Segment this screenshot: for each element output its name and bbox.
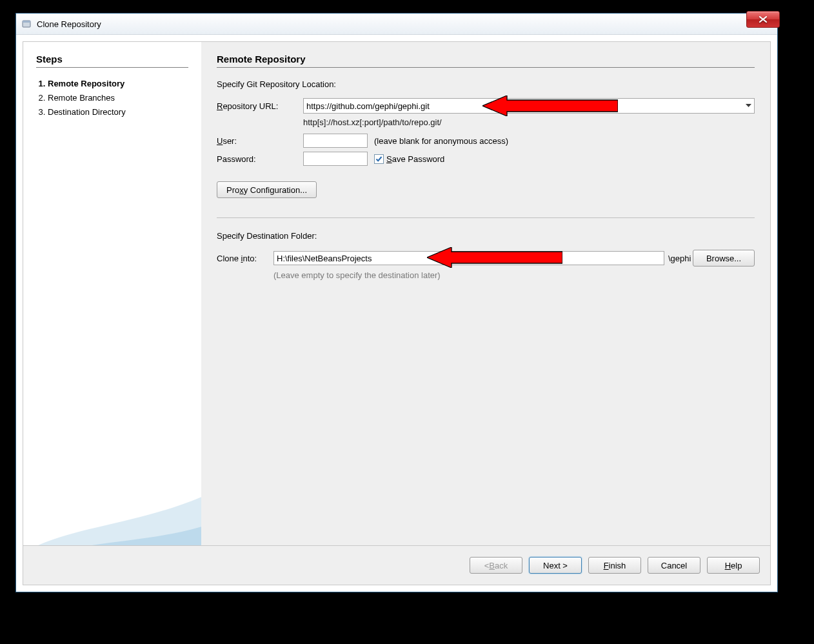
dialog-body: Steps Remote Repository Remote Branches … (23, 41, 771, 585)
repository-url-row: Repository URL: (217, 98, 755, 114)
password-input[interactable] (303, 152, 368, 166)
main-panel: Remote Repository Specify Git Repository… (201, 42, 770, 545)
user-row: User: (leave blank for anonymous access) (217, 134, 755, 148)
dropdown-arrow[interactable] (742, 104, 754, 108)
back-button[interactable]: < Back (470, 557, 522, 574)
titlebar[interactable]: Clone Repository (16, 14, 777, 35)
clone-into-label: Clone into: (217, 254, 273, 263)
user-note: (leave blank for anonymous access) (374, 136, 508, 146)
browse-button[interactable]: Browse... (693, 250, 755, 267)
window-title: Clone Repository (37, 19, 101, 29)
step-3: Destination Directory (48, 105, 188, 119)
step-1: Remote Repository (48, 77, 188, 91)
clone-into-input[interactable] (273, 251, 664, 265)
wizard-footer: < Back Next > Finish Cancel Help (23, 545, 770, 585)
close-button[interactable] (746, 11, 780, 28)
save-password-label: Save Password (386, 154, 444, 164)
dest-section-label: Specify Destination Folder: (217, 231, 755, 241)
repository-url-input[interactable] (304, 99, 742, 113)
clone-repository-dialog: Clone Repository Steps Remote Repository… (15, 13, 778, 592)
user-label: User: (217, 136, 303, 146)
user-input[interactable] (303, 134, 368, 148)
close-icon (759, 16, 768, 23)
dest-hint: (Leave empty to specify the destination … (273, 270, 755, 280)
repository-url-label: Repository URL: (217, 101, 303, 111)
clone-into-row: Clone into: \gephi Browse... (217, 250, 755, 267)
repo-section-label: Specify Git Repository Location: (217, 79, 755, 89)
url-format-hint: http[s]://host.xz[:port]/path/to/repo.gi… (303, 117, 755, 127)
proxy-configuration-button[interactable]: Proxy Configuration... (217, 181, 317, 198)
checkmark-icon (375, 156, 382, 163)
svg-rect-1 (23, 21, 30, 23)
decorative-swoosh (23, 416, 201, 545)
save-password-checkbox[interactable] (374, 154, 384, 164)
clone-folder-suffix: \gephi (668, 254, 688, 263)
password-row: Password: Save Password (217, 152, 755, 166)
cancel-button[interactable]: Cancel (648, 557, 700, 574)
app-icon (21, 19, 32, 29)
next-button[interactable]: Next > (529, 557, 582, 574)
repository-url-combo[interactable] (303, 98, 755, 114)
upper-panel: Steps Remote Repository Remote Branches … (23, 42, 770, 545)
finish-button[interactable]: Finish (588, 557, 641, 574)
password-label: Password: (217, 154, 303, 164)
step-2: Remote Branches (48, 91, 188, 105)
steps-sidebar: Steps Remote Repository Remote Branches … (23, 42, 201, 545)
help-button[interactable]: Help (707, 557, 760, 574)
right-shadow (792, 40, 800, 530)
main-heading: Remote Repository (217, 54, 755, 65)
steps-heading: Steps (36, 54, 188, 65)
chevron-down-icon (746, 104, 751, 108)
